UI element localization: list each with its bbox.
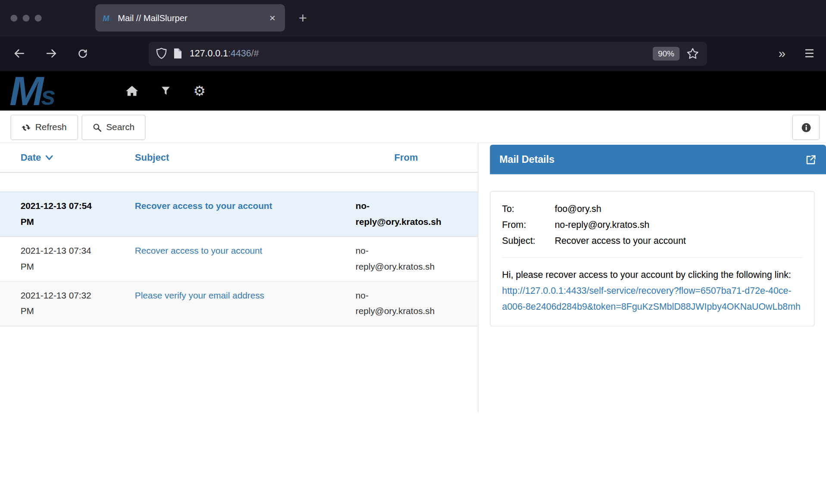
- search-button-label: Search: [106, 122, 135, 132]
- mail-row[interactable]: 2021-12-13 07:34 PM Recover access to yo…: [0, 237, 478, 282]
- refresh-button-label: Refresh: [35, 122, 67, 132]
- column-header-date[interactable]: Date: [21, 152, 115, 163]
- tab-title: Mail // MailSlurper: [118, 13, 267, 23]
- sort-chevron-down-icon: [45, 155, 53, 161]
- mail-date: 2021-12-13 07:54 PM: [21, 199, 115, 230]
- url-bar[interactable]: 127.0.0.1:4436/# 90%: [149, 41, 707, 65]
- main-content: Date Subject From 2021-12-13 07:54 PM Re…: [0, 143, 826, 412]
- detail-label: To:: [502, 201, 555, 217]
- mail-from: no-reply@ory.kratos.sh: [356, 243, 478, 275]
- mail-subject-link[interactable]: Please verify your email address: [135, 291, 264, 301]
- filter-icon[interactable]: [161, 86, 170, 95]
- window-minimize-dot-icon[interactable]: [23, 15, 30, 22]
- forward-icon[interactable]: [45, 47, 58, 60]
- shield-icon[interactable]: [156, 47, 167, 59]
- browser-navbar: 127.0.0.1:4436/# 90% » ☰: [0, 36, 826, 71]
- tab-close-icon[interactable]: ×: [267, 12, 278, 24]
- browser-tab-strip: Ms Mail // MailSlurper × +: [0, 0, 826, 36]
- mail-body-text: Hi, please recover access to your accoun…: [502, 270, 791, 280]
- mail-list-rows: 2021-12-13 07:54 PM Recover access to yo…: [0, 192, 478, 327]
- zoom-level-badge[interactable]: 90%: [653, 47, 679, 60]
- mail-subject-link[interactable]: Recover access to your account: [135, 246, 263, 256]
- refresh-button[interactable]: Refresh: [10, 115, 78, 140]
- mailslurper-logo: Ms: [9, 71, 97, 111]
- app-header: Ms ⚙: [0, 71, 826, 111]
- bookmark-star-icon[interactable]: [686, 47, 700, 60]
- mail-details-panel: Mail Details To: foo@ory.sh From: no-rep…: [479, 143, 826, 412]
- refresh-icon: [22, 123, 31, 132]
- recovery-link[interactable]: http://127.0.0.1:4433/self-service/recov…: [502, 285, 801, 311]
- window-maximize-dot-icon[interactable]: [35, 15, 42, 22]
- detail-value: foo@ory.sh: [555, 201, 802, 217]
- open-external-icon[interactable]: [805, 154, 817, 165]
- overflow-menu-icon[interactable]: »: [779, 46, 785, 61]
- detail-value: Recover access to your account: [555, 233, 802, 249]
- app-toolbar: Refresh Search: [0, 111, 826, 143]
- reload-icon[interactable]: [77, 48, 88, 59]
- hamburger-menu-icon[interactable]: ☰: [804, 47, 814, 59]
- column-header-from[interactable]: From: [356, 152, 478, 163]
- detail-label: Subject:: [502, 233, 555, 249]
- detail-field-from: From: no-reply@ory.kratos.sh: [502, 217, 803, 233]
- window-controls[interactable]: [10, 15, 41, 22]
- mail-subject-link[interactable]: Recover access to your account: [135, 201, 272, 211]
- window-close-dot-icon[interactable]: [10, 15, 17, 22]
- browser-tab[interactable]: Ms Mail // MailSlurper ×: [95, 4, 285, 32]
- settings-gear-icon[interactable]: ⚙: [193, 84, 205, 98]
- mail-date: 2021-12-13 07:34 PM: [21, 243, 115, 275]
- mail-date: 2021-12-13 07:32 PM: [21, 288, 115, 319]
- detail-label: From:: [502, 217, 555, 233]
- column-header-subject[interactable]: Subject: [114, 152, 356, 163]
- browser-window: Ms Mail // MailSlurper × + 127.0.0.1:443…: [0, 0, 826, 412]
- mail-details-title: Mail Details: [499, 154, 554, 165]
- details-divider: [502, 258, 803, 258]
- page-info-icon[interactable]: [173, 48, 182, 59]
- mail-list-header-row: Date Subject From: [0, 143, 478, 172]
- mail-body: Hi, please recover access to your accoun…: [502, 267, 803, 314]
- mailslurper-favicon-icon: Ms: [103, 13, 113, 22]
- info-icon: [801, 122, 812, 133]
- search-icon: [92, 123, 101, 132]
- detail-field-to: To: foo@ory.sh: [502, 201, 803, 217]
- info-button[interactable]: [792, 115, 820, 140]
- back-icon[interactable]: [13, 47, 26, 60]
- search-button[interactable]: Search: [81, 115, 146, 140]
- home-icon[interactable]: [126, 86, 138, 96]
- new-tab-button[interactable]: +: [299, 11, 307, 25]
- mail-details-header: Mail Details: [490, 145, 826, 174]
- mail-row[interactable]: 2021-12-13 07:54 PM Recover access to yo…: [0, 192, 478, 237]
- mail-list-panel: Date Subject From 2021-12-13 07:54 PM Re…: [0, 143, 479, 412]
- mail-from: no-reply@ory.kratos.sh: [356, 199, 478, 230]
- url-text[interactable]: 127.0.0.1:4436/#: [190, 48, 259, 59]
- mail-details-card: To: foo@ory.sh From: no-reply@ory.kratos…: [490, 191, 814, 327]
- mail-from: no-reply@ory.kratos.sh: [356, 288, 478, 319]
- mail-row[interactable]: 2021-12-13 07:32 PM Please verify your e…: [0, 282, 478, 327]
- detail-field-subject: Subject: Recover access to your account: [502, 233, 803, 249]
- detail-value: no-reply@ory.kratos.sh: [555, 217, 802, 233]
